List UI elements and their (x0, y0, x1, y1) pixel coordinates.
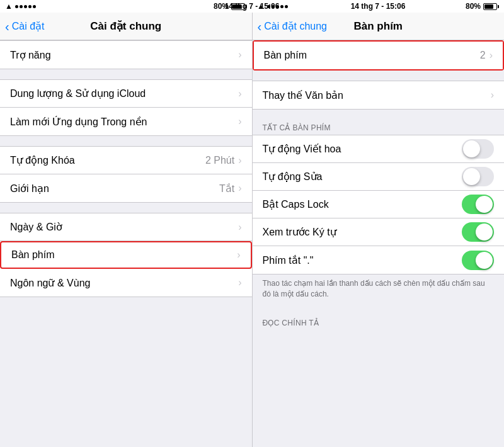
row-label-caps-lock: Bật Caps Lock (263, 198, 462, 210)
row-label-icloud: Dung lượng & Sử dụng iCloud (10, 88, 238, 99)
right-list-ban-phim: Bàn phím 2 › (253, 40, 505, 71)
left-group-4: Ngày & Giờ › Bàn phím › Ngôn ngữ & Vùng … (0, 213, 252, 297)
toggle-tudong-viethoa[interactable] (462, 139, 494, 159)
row-label-thayte: Thay thế Văn bản (263, 89, 491, 101)
row-label-tudong-sua: Tự động Sửa (263, 171, 462, 183)
list-item-ban-phim-highlighted[interactable]: Bàn phím › (0, 241, 252, 269)
panels: ‹ Cài đặt Cài đặt chung Trợ năng › (0, 13, 504, 447)
list-item-caps-lock[interactable]: Bật Caps Lock (253, 191, 505, 218)
toggle-thumb (476, 252, 493, 269)
row-label-tudonghoa: Tự động Khóa (10, 154, 205, 166)
right-time: 14 thg 7 - 15:06 (351, 2, 406, 11)
right-nav-bar: ‹ Cài đặt chung Bàn phím (253, 13, 505, 40)
left-nav-title: Cài đặt chung (90, 20, 161, 33)
left-signal-icon: ▲ (5, 2, 13, 11)
right-back-label: Cài đặt chung (264, 20, 327, 32)
row-label-ngon-ngu: Ngôn ngữ & Vùng (10, 277, 238, 289)
chevron-right-icon: › (238, 49, 241, 60)
left-status-bar: ▲ 14 thg 7 - 15:06 80% (0, 0, 252, 13)
left-group-1: Trợ năng › (0, 40, 252, 69)
chevron-right-icon: › (238, 88, 241, 99)
toggle-caps-lock[interactable] (462, 195, 494, 214)
left-status-left: ▲ (5, 2, 36, 11)
list-item[interactable]: Trợ năng › (0, 41, 252, 69)
list-item[interactable]: Làm mới Ứng dụng Trong nền › (0, 108, 252, 135)
left-list-1: Trợ năng › (0, 40, 252, 69)
right-group-ban-phim: Bàn phím 2 › (253, 40, 505, 71)
right-group-thayte: Thay thế Văn bản › (253, 81, 505, 110)
right-group-docchinhta: ĐỌC CHÍNH TẢ (253, 315, 505, 330)
chevron-right-icon: › (237, 249, 240, 261)
left-panel: ‹ Cài đặt Cài đặt chung Trợ năng › (0, 13, 252, 447)
row-value-gioi-han: Tắt (219, 183, 234, 195)
left-list-2: Dung lượng & Sử dụng iCloud › Làm mới Ứn… (0, 79, 252, 136)
list-item-thayte[interactable]: Thay thế Văn bản › (253, 81, 505, 109)
right-status-bar: ▲ 14 thg 7 - 15:06 80% (252, 0, 504, 13)
row-label-lamnoi: Làm mới Ứng dụng Trong nền (10, 116, 238, 128)
left-back-label: Cài đặt (12, 20, 45, 32)
right-panel: ‹ Cài đặt chung Bàn phím Bàn phím 2 › (253, 13, 505, 447)
left-battery-icon (231, 3, 247, 10)
list-item-phimtat[interactable]: Phím tắt "." (253, 246, 505, 274)
list-item[interactable]: Ngôn ngữ & Vùng › (0, 269, 252, 297)
row-label-ban-phim-count: Bàn phím (264, 50, 480, 61)
left-list-4: Ngày & Giờ › Bàn phím › Ngôn ngữ & Vùng … (0, 213, 252, 297)
left-back-chevron: ‹ (5, 20, 9, 33)
row-value-tudong: 2 Phút (205, 155, 234, 166)
right-status-right: 80% (466, 2, 499, 11)
left-nav-bar: ‹ Cài đặt Cài đặt chung (0, 13, 252, 40)
group-header-tatca: TẤT CẢ BÀN PHÍM (253, 120, 505, 135)
right-back-button[interactable]: ‹ Cài đặt chung (258, 20, 328, 33)
left-list-3: Tự động Khóa 2 Phút › Giới hạn Tắt › (0, 146, 252, 203)
left-panel-content: Trợ năng › Dung lượng & Sử dụng iCloud ›… (0, 40, 252, 447)
list-item[interactable]: Tự động Khóa 2 Phút › (0, 147, 252, 174)
chevron-right-icon: › (238, 155, 241, 166)
right-nav-title: Bàn phím (354, 20, 403, 33)
row-label-ngay-gio: Ngày & Giờ (10, 221, 238, 233)
toggle-thumb (476, 224, 493, 240)
toggle-thumb (463, 168, 480, 185)
toggle-thumb (476, 196, 493, 213)
toggle-xemtruoc[interactable] (462, 222, 494, 242)
toggle-phimtat[interactable] (462, 251, 494, 270)
left-group-3: Tự động Khóa 2 Phút › Giới hạn Tắt › (0, 146, 252, 203)
row-badge-2: 2 (480, 50, 486, 61)
row-label-gioi-han: Giới hạn (10, 183, 219, 195)
chevron-right-icon: › (490, 50, 493, 61)
row-label-tudong-viethoa: Tự động Viết hoa (263, 143, 462, 155)
list-item-ban-phim-count[interactable]: Bàn phím 2 › (254, 42, 503, 69)
row-label-ban-phim: Bàn phím (11, 249, 237, 261)
right-back-chevron: ‹ (258, 20, 262, 33)
right-group-tatca: TẤT CẢ BÀN PHÍM Tự động Viết hoa Tự động… (253, 120, 505, 305)
left-signal-dots (15, 5, 36, 8)
right-panel-content: Bàn phím 2 › Thay thế Văn bản › TẤT CẢ B (253, 40, 505, 447)
chevron-right-icon: › (238, 277, 241, 288)
chevron-right-icon: › (238, 116, 241, 127)
list-item-tudong-viethoa[interactable]: Tự động Viết hoa (253, 135, 505, 163)
chevron-right-icon: › (491, 89, 494, 101)
list-item-tudong-sua[interactable]: Tự động Sửa (253, 163, 505, 191)
right-battery-icon (483, 3, 499, 10)
row-label-phimtat: Phím tắt "." (263, 254, 462, 266)
list-item[interactable]: Dung lượng & Sử dụng iCloud › (0, 80, 252, 108)
row-label-xemtruoc: Xem trước Ký tự (263, 226, 462, 238)
group-footer-tatca: Thao tác chạm hai lần thanh dấu cách sẽ … (253, 274, 505, 305)
toggle-tudong-sua[interactable] (462, 167, 494, 186)
list-item[interactable]: Ngày & Giờ › (0, 213, 252, 241)
left-back-button[interactable]: ‹ Cài đặt (5, 20, 44, 33)
toggle-thumb (463, 140, 480, 157)
right-battery-pct: 80% (466, 2, 481, 11)
chevron-right-icon: › (238, 222, 241, 233)
row-label-tro-nang: Trợ năng (10, 49, 238, 61)
chevron-right-icon: › (238, 183, 241, 194)
group-header-docchinhta: ĐỌC CHÍNH TẢ (253, 315, 505, 330)
right-list-tatca: Tự động Viết hoa Tự động Sửa (253, 135, 505, 274)
right-list-thayte: Thay thế Văn bản › (253, 81, 505, 110)
status-bars: ▲ 14 thg 7 - 15:06 80% ▲ 14 thg 7 - 15:0… (0, 0, 504, 13)
list-item-xemtruoc[interactable]: Xem trước Ký tự (253, 218, 505, 246)
left-group-2: Dung lượng & Sử dụng iCloud › Làm mới Ứn… (0, 79, 252, 136)
list-item[interactable]: Giới hạn Tắt › (0, 174, 252, 202)
